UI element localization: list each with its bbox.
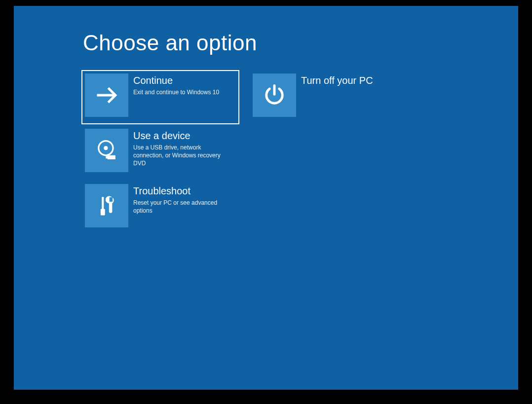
device-tile[interactable]: Use a device Use a USB drive, network co… xyxy=(81,125,239,180)
empty-cell xyxy=(249,125,407,180)
svg-rect-4 xyxy=(108,155,115,159)
continue-text: Continue Exit and continue to Windows 10 xyxy=(128,73,222,96)
option-tiles: Continue Exit and continue to Windows 10… xyxy=(81,70,407,235)
power-icon xyxy=(253,73,296,117)
troubleshoot-description: Reset your PC or see advanced options xyxy=(133,199,233,215)
svg-rect-6 xyxy=(102,197,104,210)
troubleshoot-text: Troubleshoot Reset your PC or see advanc… xyxy=(128,184,236,215)
continue-title: Continue xyxy=(133,74,219,86)
continue-description: Exit and continue to Windows 10 xyxy=(133,88,219,96)
turnoff-tile[interactable]: Turn off your PC xyxy=(249,70,407,124)
tools-icon xyxy=(85,184,128,227)
troubleshoot-tile[interactable]: Troubleshoot Reset your PC or see advanc… xyxy=(81,181,239,235)
device-text: Use a device Use a USB drive, network co… xyxy=(128,129,236,168)
device-description: Use a USB drive, network connection, or … xyxy=(133,144,233,168)
turnoff-text: Turn off your PC xyxy=(296,73,376,88)
recovery-screen: Choose an option Continue Exit and conti… xyxy=(14,6,518,390)
disc-usb-icon xyxy=(85,129,128,172)
arrow-right-icon xyxy=(85,73,128,117)
page-title: Choose an option xyxy=(83,31,257,55)
svg-rect-5 xyxy=(106,156,108,158)
continue-tile[interactable]: Continue Exit and continue to Windows 10 xyxy=(81,70,239,124)
device-title: Use a device xyxy=(133,130,233,142)
svg-point-3 xyxy=(104,146,108,150)
svg-rect-8 xyxy=(110,197,113,202)
turnoff-title: Turn off your PC xyxy=(301,74,373,86)
troubleshoot-title: Troubleshoot xyxy=(133,185,233,197)
svg-rect-7 xyxy=(101,209,105,216)
